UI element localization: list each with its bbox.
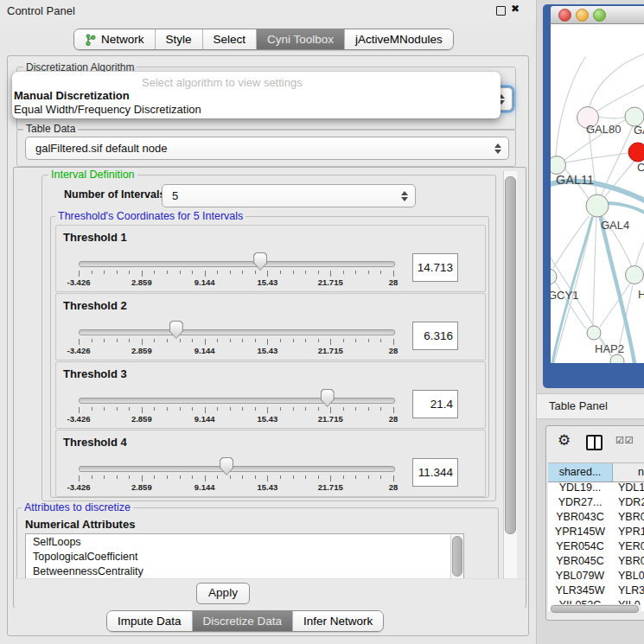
axis-label: 28	[389, 277, 399, 287]
tab-label: Discretize Data	[203, 615, 283, 628]
tab-network[interactable]: Network	[74, 29, 155, 49]
close-light[interactable]	[558, 9, 571, 22]
dropdown-option-manual-discretization[interactable]: Manual Discretization	[14, 89, 130, 102]
tab-cyni-toolbox[interactable]: Cyni Toolbox	[256, 29, 344, 49]
network-node[interactable]	[628, 143, 644, 162]
table-row[interactable]: YBR045CYBR0	[548, 554, 644, 569]
network-edge[interactable]	[565, 153, 628, 163]
tick-mark	[167, 407, 168, 411]
cell-name[interactable]: YDL1	[618, 481, 644, 495]
slider-track[interactable]	[79, 466, 395, 472]
threshold-value-field[interactable]: 14.713	[412, 253, 458, 282]
cell-shared-name[interactable]: YDR27...	[548, 495, 612, 510]
cell-name[interactable]: YBL0	[618, 569, 644, 583]
cell-name[interactable]: YDR2	[618, 495, 644, 510]
slider-axis-labels: -3.4262.8599.14415.4321.71528	[79, 482, 393, 493]
cell-shared-name[interactable]: YBR045C	[548, 554, 612, 569]
tick-mark	[205, 271, 206, 277]
algorithm-dropdown-popup: Select algorithm to view settings Manual…	[12, 72, 501, 118]
close-icon[interactable]: ✖	[511, 3, 520, 15]
numerical-attributes-list[interactable]: SelfLoopsTopologicalCoefficientBetweenne…	[25, 533, 464, 580]
float-window-icon[interactable]	[496, 6, 506, 16]
network-node[interactable]	[626, 266, 644, 284]
dropdown-option-equal-width-frequency-discretization[interactable]: Equal Width/Frequency Discretization	[14, 103, 201, 116]
slider-handle[interactable]	[321, 389, 335, 407]
tick-mark	[343, 407, 344, 411]
tick-mark	[318, 271, 319, 274]
slider-handle[interactable]	[169, 321, 183, 339]
slider-track[interactable]	[79, 398, 395, 404]
threshold-label: Threshold 2	[63, 299, 127, 312]
cell-name[interactable]: YPR1	[618, 525, 644, 539]
zoom-light[interactable]	[593, 9, 606, 22]
axis-label: 9.144	[194, 277, 215, 287]
number-of-intervals-combobox[interactable]: 5	[162, 184, 416, 207]
table-row[interactable]: YPR145WYPR1	[548, 525, 644, 539]
scrollbar-thumb[interactable]	[551, 605, 639, 613]
tab-impute-data[interactable]: Impute Data	[107, 611, 192, 631]
tick-mark	[117, 339, 118, 342]
threshold-value-field[interactable]: 6.316	[412, 322, 458, 350]
table-row[interactable]: YDR27...YDR2	[548, 495, 644, 510]
table-row[interactable]: YER054CYER0	[548, 539, 644, 554]
threshold-block-1: Threshold 1-3.4262.8599.14415.4321.71528…	[55, 225, 486, 292]
slider-handle[interactable]	[253, 252, 267, 271]
axis-label: 9.144	[194, 414, 215, 424]
columns-icon[interactable]	[586, 435, 603, 450]
tab-discretize-data[interactable]: Discretize Data	[192, 611, 293, 631]
cell-shared-name[interactable]: YPR145W	[548, 525, 612, 539]
cell-name[interactable]: YER0	[618, 539, 644, 554]
tick-mark	[380, 407, 381, 411]
slider-handle[interactable]	[220, 457, 233, 475]
tab-label: jActiveMNodules	[355, 33, 443, 46]
table-row[interactable]: YLR345WYLR3	[548, 583, 644, 598]
tab-jactivemnodules[interactable]: jActiveMNodules	[344, 29, 453, 49]
tab-infer-network[interactable]: Infer Network	[292, 611, 383, 631]
cell-shared-name[interactable]: YBL079W	[548, 569, 612, 583]
threshold-value-field[interactable]: 21.4	[412, 390, 458, 418]
attribute-item-selfloops[interactable]: SelfLoops	[33, 536, 81, 551]
threshold-value-field[interactable]: 11.344	[412, 458, 458, 487]
cell-shared-name[interactable]: YER054C	[548, 539, 612, 554]
tab-style[interactable]: Style	[155, 29, 202, 49]
network-edge[interactable]	[556, 57, 585, 156]
column-header-name[interactable]: na	[613, 463, 644, 481]
table-horizontal-scrollbar[interactable]	[550, 604, 641, 612]
network-edge[interactable]	[593, 217, 596, 325]
table-row[interactable]: YBR043CYBR0	[548, 510, 644, 525]
tab-select[interactable]: Select	[202, 29, 257, 49]
table-row[interactable]: YBL079WYBL0	[548, 569, 644, 583]
cell-name[interactable]: YBR0	[618, 510, 644, 525]
column-header-shared-name[interactable]: shared...	[548, 463, 613, 481]
scrollbar-thumb[interactable]	[452, 536, 462, 577]
apply-button[interactable]: Apply	[196, 583, 250, 604]
network-node[interactable]	[587, 326, 601, 340]
control-panel: Control Panel ✖ NetworkStyleSelectCyni T…	[0, 0, 536, 644]
network-edge[interactable]	[553, 216, 589, 268]
cell-name[interactable]: YBR0	[618, 554, 644, 569]
main-vertical-scrollbar[interactable]	[503, 171, 517, 603]
cell-shared-name[interactable]: YBR043C	[548, 510, 612, 525]
slider-track[interactable]	[79, 261, 395, 267]
scrollbar-thumb[interactable]	[505, 176, 516, 534]
slider-track[interactable]	[79, 329, 395, 335]
network-node[interactable]	[551, 156, 566, 175]
right-workspace: GAL80GACGAL11GAL4GCY1HHAP2 Table Panel ⚙…	[536, 0, 644, 644]
minimize-light[interactable]	[576, 9, 589, 22]
cell-shared-name[interactable]: YLR345W	[548, 583, 612, 598]
attribute-item-topologicalcoefficient[interactable]: TopologicalCoefficient	[33, 551, 137, 565]
slider-ticks	[79, 407, 393, 414]
cell-name[interactable]: YLR3	[618, 583, 644, 598]
gear-icon[interactable]: ⚙	[558, 431, 571, 449]
tick-mark	[180, 475, 181, 479]
tab-label: Impute Data	[118, 615, 182, 628]
network-node[interactable]	[586, 194, 609, 217]
cell-shared-name[interactable]: YDL19...	[548, 481, 612, 495]
network-edge[interactable]	[635, 240, 644, 268]
checkboxes-icon[interactable]: ☑☑	[615, 435, 634, 446]
list-vertical-scrollbar[interactable]	[450, 534, 463, 579]
table-row[interactable]: YDL19...YDL1	[548, 481, 644, 495]
table-data-combobox[interactable]: galFiltered.sif default node	[25, 137, 509, 160]
network-edge[interactable]	[598, 117, 625, 118]
network-canvas[interactable]: GAL80GACGAL11GAL4GCY1HHAP2	[551, 24, 644, 363]
